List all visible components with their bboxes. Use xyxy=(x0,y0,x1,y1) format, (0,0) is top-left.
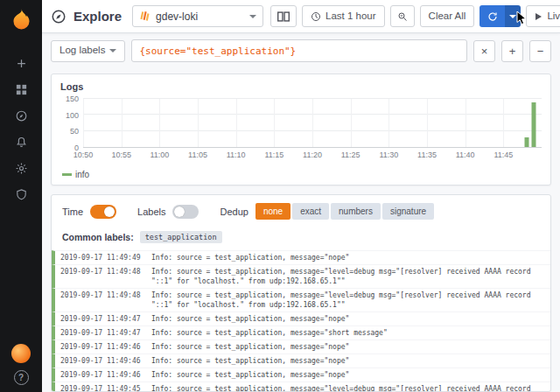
dedup-option-exact[interactable]: exact xyxy=(292,203,329,220)
help-button[interactable]: ? xyxy=(14,370,29,385)
log-labels-button[interactable]: Log labels xyxy=(51,40,125,62)
datasource-picker[interactable]: gdev-loki xyxy=(132,5,263,27)
play-icon xyxy=(535,12,542,21)
chart-plot[interactable] xyxy=(83,99,542,148)
sidebar-item-alerting[interactable] xyxy=(6,131,36,153)
zoom-out-button[interactable] xyxy=(390,5,415,27)
live-tailing-button[interactable]: Live tailing xyxy=(526,5,560,27)
dedup-option-signature[interactable]: signature xyxy=(382,203,434,220)
user-avatar[interactable] xyxy=(11,344,31,363)
add-query-button[interactable]: + xyxy=(501,40,523,62)
log-message: Info: source = test_application, message… xyxy=(151,267,543,286)
x-axis-label: 10:55 xyxy=(111,151,131,159)
clear-all-button[interactable]: Clear All xyxy=(420,5,475,27)
sidebar-item-explore[interactable] xyxy=(6,105,36,127)
log-list: 2019-09-17 11:49:49Info: source = test_a… xyxy=(52,250,550,391)
chart-x-axis: 10:5010:5511:0011:0511:1011:1511:2011:25… xyxy=(83,148,542,160)
clear-all-label: Clear All xyxy=(429,11,466,22)
log-timestamp: 2019-09-17 11:49:47 xyxy=(60,328,144,338)
query-row: Log labels {source="test_application"} ×… xyxy=(42,33,560,68)
collapse-query-button[interactable]: − xyxy=(529,40,551,62)
log-timestamp: 2019-09-17 11:49:48 xyxy=(60,267,144,286)
sidebar-item-configuration[interactable] xyxy=(6,158,36,179)
log-timestamp: 2019-09-17 11:49:48 xyxy=(60,290,144,310)
gridline xyxy=(274,99,275,147)
help-icon: ? xyxy=(14,370,29,385)
y-axis-label: 50 xyxy=(70,128,79,136)
y-axis-label: 100 xyxy=(66,111,79,119)
time-toggle[interactable] xyxy=(90,205,116,219)
log-row[interactable]: 2019-09-17 11:49:47Info: source = test_a… xyxy=(52,312,550,326)
x-axis-label: 11:40 xyxy=(456,151,475,159)
sidebar-bottom: ? xyxy=(11,344,31,385)
topbar: Explore gdev-loki xyxy=(42,0,560,33)
log-labels-label: Log labels xyxy=(60,46,105,56)
refresh-button-group xyxy=(480,5,521,27)
log-row[interactable]: 2019-09-17 11:49:45Info: source = test_a… xyxy=(52,382,550,391)
log-row[interactable]: 2019-09-17 11:49:46Info: source = test_a… xyxy=(52,354,550,368)
gridline xyxy=(312,99,313,147)
sidebar-item-create[interactable] xyxy=(6,52,36,74)
sidebar-item-dashboards[interactable] xyxy=(6,79,36,101)
dedup-option-none[interactable]: none xyxy=(256,203,290,220)
time-picker-button[interactable]: Last 1 hour xyxy=(302,5,385,27)
sidebar-nav xyxy=(6,52,36,206)
loki-datasource-icon xyxy=(139,10,150,22)
labels-toggle[interactable] xyxy=(172,205,199,219)
gridline xyxy=(351,99,352,147)
x-axis-label: 11:00 xyxy=(150,151,169,159)
legend-item-info[interactable]: info xyxy=(62,170,89,179)
log-message: Info: source = test_application, message… xyxy=(151,370,543,380)
dedup-option-numbers[interactable]: numbers xyxy=(331,203,381,220)
log-message: Info: source = test_application, message… xyxy=(151,384,543,391)
chevron-down-icon xyxy=(109,49,116,52)
common-labels-label: Common labels: xyxy=(62,232,134,242)
gridline xyxy=(198,99,199,147)
split-button[interactable] xyxy=(270,5,297,27)
log-row[interactable]: 2019-09-17 11:49:48Info: source = test_a… xyxy=(52,264,550,288)
toggle-knob xyxy=(104,206,115,217)
grafana-app: ? Explore gdev-loki xyxy=(0,0,560,392)
panel-title: Logs xyxy=(60,81,542,92)
configuration-gear-icon xyxy=(15,162,28,175)
magnifier-icon xyxy=(397,11,408,22)
log-row[interactable]: 2019-09-17 11:49:46Info: source = test_a… xyxy=(52,368,550,382)
gridline xyxy=(503,99,504,147)
datasource-name: gdev-loki xyxy=(156,10,198,23)
gridline xyxy=(236,99,237,147)
log-timestamp: 2019-09-17 11:49:45 xyxy=(60,384,144,391)
sidebar-item-server-admin[interactable] xyxy=(6,184,36,206)
legend-color-swatch xyxy=(62,173,72,176)
log-row[interactable]: 2019-09-17 11:49:48Info: source = test_a… xyxy=(52,288,550,312)
log-timestamp: 2019-09-17 11:49:49 xyxy=(60,253,144,262)
log-message: Info: source = test_application, message… xyxy=(151,328,543,338)
explore-compass-icon xyxy=(51,9,66,24)
legend-label: info xyxy=(75,170,89,179)
dedup-group: Dedup noneexactnumberssignature xyxy=(220,203,434,220)
gridline xyxy=(159,99,160,147)
gridline xyxy=(427,99,428,147)
server-admin-shield-icon xyxy=(15,188,28,201)
query-text: {source="test_application"} xyxy=(139,46,296,57)
chart-legend: info xyxy=(60,164,542,179)
x-axis-label: 11:25 xyxy=(341,151,360,159)
topbar-actions: Last 1 hour Clear All xyxy=(270,5,560,27)
log-row[interactable]: 2019-09-17 11:49:46Info: source = test_a… xyxy=(52,340,550,354)
gridline xyxy=(466,99,466,147)
log-timestamp: 2019-09-17 11:49:46 xyxy=(60,342,144,352)
logs-panel: Time Labels Dedup noneexactnumberssignat… xyxy=(51,194,551,392)
grafana-logo[interactable] xyxy=(10,8,33,32)
refresh-interval-dropdown[interactable] xyxy=(505,5,521,27)
query-input[interactable]: {source="test_application"} xyxy=(131,39,467,62)
refresh-icon xyxy=(487,11,498,22)
log-row[interactable]: 2019-09-17 11:49:47Info: source = test_a… xyxy=(52,326,550,340)
remove-query-button[interactable]: × xyxy=(473,40,495,62)
gridline xyxy=(122,99,122,147)
main-area: Explore gdev-loki xyxy=(42,0,560,392)
dedup-options: noneexactnumberssignature xyxy=(256,203,434,220)
refresh-button[interactable] xyxy=(480,5,505,27)
clock-icon xyxy=(311,11,321,22)
log-timestamp: 2019-09-17 11:49:47 xyxy=(60,314,144,324)
log-row[interactable]: 2019-09-17 11:49:49Info: source = test_a… xyxy=(52,250,550,264)
gridline xyxy=(388,99,389,147)
